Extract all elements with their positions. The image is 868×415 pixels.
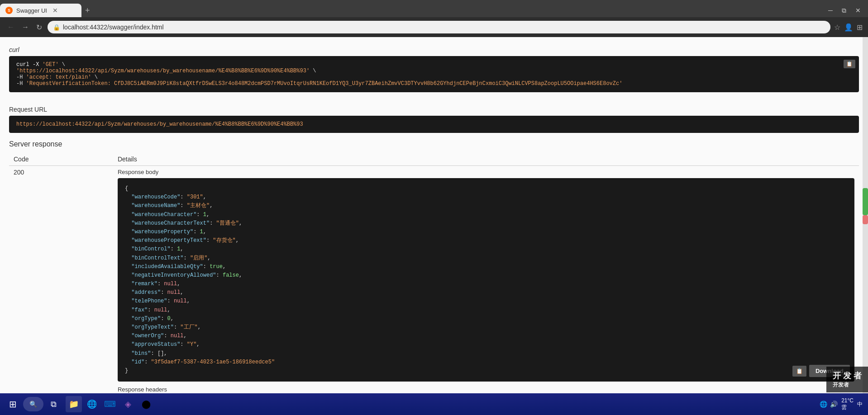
tab-close-window[interactable]: ✕ (852, 6, 864, 15)
curl-line2: 'https://localhost:44322/api/Syzm/wareho… (16, 68, 852, 74)
profile-icon[interactable]: 👤 (844, 23, 853, 32)
address-input-bar[interactable]: 🔒 localhost:44322/swagger/index.html (48, 21, 830, 33)
response-body-block: { "warehouseCode": "301", "warehouseName… (118, 178, 854, 382)
extensions-icon[interactable]: ⊞ (857, 23, 863, 32)
tab-bar: S Swagger UI ✕ + ─ ⧉ ✕ (0, 0, 868, 17)
request-url-block: https://localhost:44322/api/Syzm/warehou… (9, 116, 859, 133)
address-text: localhost:44322/swagger/index.html (63, 24, 164, 31)
volume-icon[interactable]: 🔊 (830, 401, 838, 408)
start-button[interactable]: ⊞ (5, 397, 20, 411)
page-content: curl curl -X 'GET' \ 'https://localhost:… (0, 37, 868, 415)
new-tab-button[interactable]: + (81, 6, 94, 15)
weather-widget: 21°C 雲 (841, 397, 854, 411)
response-json-line: { (125, 184, 847, 193)
response-headers-label: Response headers (118, 386, 854, 393)
scrollbar-thumb[interactable] (863, 188, 868, 215)
vscode-icon: ⌨ (104, 399, 116, 409)
request-url-label: Request URL (9, 106, 859, 113)
pinned-vscode-icon[interactable]: ⌨ (102, 396, 118, 412)
curl-section: curl curl -X 'GET' \ 'https://localhost:… (9, 42, 859, 101)
tab-favicon: S (5, 7, 13, 14)
taskbar-search[interactable]: 🔍 (23, 397, 43, 411)
weather-desc: 雲 (841, 404, 854, 411)
tab-minimize[interactable]: ─ (825, 6, 836, 15)
scrollbar[interactable] (863, 37, 868, 415)
network-icon[interactable]: 🌐 (820, 401, 827, 408)
watermark-subtext: 开发者 (833, 381, 862, 389)
request-url-text: https://localhost:44322/api/Syzm/warehou… (16, 121, 303, 127)
temperature: 21°C (841, 397, 854, 404)
lock-icon: 🔒 (53, 24, 60, 31)
files-icon: 📁 (69, 399, 79, 409)
dev-icon: ◈ (125, 399, 131, 409)
taskbar: ⊞ 🔍 ⧉ 📁 🌐 ⌨ ◈ ⬤ 🌐 🔊 21°C 雲 中 (0, 393, 868, 415)
bookmark-icon[interactable]: ☆ (834, 23, 840, 32)
request-url-section: Request URL https://localhost:44322/api/… (9, 106, 859, 133)
curl-line1: curl -X 'GET' \ (16, 61, 852, 68)
response-table: Code Details 200 Response body (9, 153, 859, 415)
response-copy-button[interactable]: 📋 (792, 366, 806, 377)
curl-line3: -H 'accept: text/plain' \ (16, 74, 852, 80)
search-icon: 🔍 (29, 401, 37, 408)
chrome-icon: ⬤ (142, 399, 151, 409)
tab-label: Swagger UI (16, 7, 47, 14)
language-indicator[interactable]: 中 (857, 401, 863, 408)
taskbar-right: 🌐 🔊 21°C 雲 中 (820, 397, 863, 411)
reload-button[interactable]: ↻ (34, 22, 44, 33)
curl-copy-button[interactable]: 📋 (844, 60, 855, 68)
back-button[interactable]: ← (5, 22, 16, 32)
tab-close-button[interactable]: ✕ (52, 7, 58, 14)
curl-code-block: curl -X 'GET' \ 'https://localhost:44322… (9, 56, 859, 92)
curl-label: curl (9, 46, 859, 53)
edge-icon: 🌐 (87, 399, 97, 409)
code-header: Code (9, 153, 113, 166)
server-response-section: Server response Code Details 200 (9, 140, 859, 415)
response-body-section: Response body { "warehouseCode": "301", … (118, 169, 854, 382)
curl-keyword: curl -X (16, 61, 43, 68)
details-header: Details (113, 153, 859, 166)
taskbar-pinned-apps: 📁 🌐 ⌨ ◈ ⬤ (66, 396, 154, 412)
forward-button[interactable]: → (20, 22, 31, 32)
taskbar-view-icons: ⧉ (49, 398, 58, 411)
scrollbar-thumb2[interactable] (863, 215, 868, 224)
pinned-dev-icon[interactable]: ◈ (120, 396, 136, 412)
content-wrapper: curl curl -X 'GET' \ 'https://localhost:… (0, 37, 868, 415)
pinned-files-icon[interactable]: 📁 (66, 396, 82, 412)
tab-restore[interactable]: ⧉ (838, 6, 850, 15)
address-actions: ☆ 👤 ⊞ (834, 23, 863, 32)
watermark-text: 开 发 者 (833, 370, 862, 381)
system-tray: 🌐 🔊 (820, 401, 838, 408)
tab-controls: ─ ⧉ ✕ (825, 6, 868, 15)
response-body-label: Response body (118, 169, 854, 175)
task-view-icon[interactable]: ⧉ (49, 398, 58, 411)
curl-line4: -H 'RequestVerificationToken: CfDJ8C5iAE… (16, 80, 852, 87)
server-response-title: Server response (9, 140, 859, 148)
pinned-chrome-icon[interactable]: ⬤ (138, 396, 154, 412)
address-bar: ← → ↻ 🔒 localhost:44322/swagger/index.ht… (0, 17, 868, 37)
watermark: 开 发 者 开发者 (826, 367, 868, 392)
browser-chrome: S Swagger UI ✕ + ─ ⧉ ✕ ← → ↻ 🔒 localhost… (0, 0, 868, 37)
response-row-200: 200 Response body { "warehouseCode": "30… (9, 166, 859, 415)
pinned-browser-icon[interactable]: 🌐 (84, 396, 100, 412)
active-tab[interactable]: S Swagger UI ✕ (0, 4, 81, 17)
status-code-200: 200 (14, 169, 24, 176)
